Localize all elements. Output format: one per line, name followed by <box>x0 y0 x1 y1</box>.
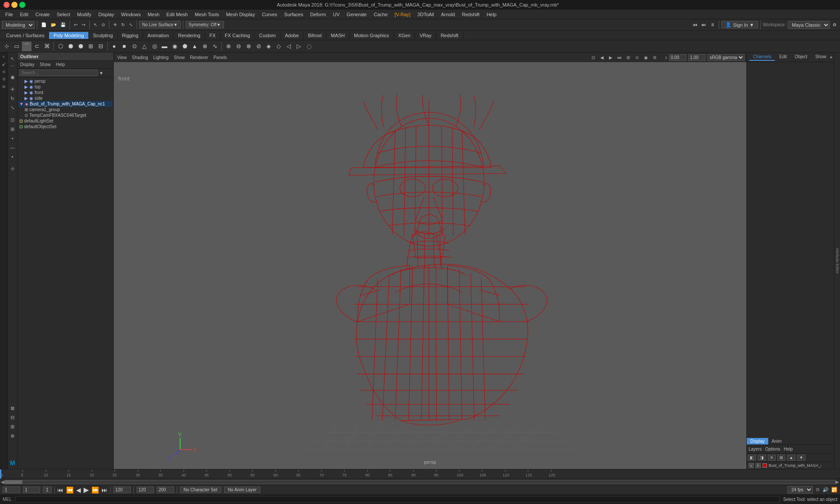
new-file-btn[interactable]: 📄 <box>39 21 48 28</box>
select-icon[interactable]: ⊹ <box>2 42 11 51</box>
outliner-item-object-set[interactable]: ⊡ defaultObjectSet <box>18 124 112 130</box>
max-frame-input[interactable] <box>157 486 174 493</box>
ipr-render-icon[interactable]: ⊟ <box>8 413 17 422</box>
menu-file[interactable]: File <box>2 11 17 18</box>
tab-fx[interactable]: FX <box>205 32 220 39</box>
menu-surfaces[interactable]: Surfaces <box>281 11 307 18</box>
layer-p-toggle[interactable]: P <box>756 463 761 468</box>
vp-camera2-icon[interactable]: ◉ <box>642 54 649 61</box>
no-live-surface-btn[interactable]: No Live Surface ▼ <box>139 21 181 28</box>
menu-arnold[interactable]: Arnold <box>438 11 458 18</box>
snap-icon[interactable]: ⊞ <box>0 83 7 90</box>
loop-icon[interactable]: ⊞ <box>86 42 95 51</box>
coord-y-input[interactable] <box>688 54 706 61</box>
playback-range-input[interactable] <box>136 486 154 493</box>
menu-vray-tag[interactable]: [V-Ray] <box>391 11 414 18</box>
reduce-icon[interactable]: ◇ <box>274 42 284 51</box>
layers-tab[interactable]: Layers <box>749 447 762 452</box>
outliner-item-top[interactable]: ▶ ◉ top <box>18 84 112 90</box>
lasso-btn[interactable]: ⊙ <box>100 21 107 28</box>
timeline-scroll-track[interactable] <box>4 480 836 484</box>
playback-btn1[interactable]: ⏮ <box>691 21 699 28</box>
paint-tool-icon[interactable]: 🖌 <box>0 61 7 68</box>
cone-icon[interactable]: △ <box>140 42 149 51</box>
vp-menu-renderer[interactable]: Renderer <box>188 55 210 60</box>
sculpt-icon[interactable]: ⊚ <box>0 68 7 75</box>
menu-uv[interactable]: UV <box>329 11 343 18</box>
delete-layer-btn[interactable]: ✕ <box>768 455 776 461</box>
maximize-button[interactable]: □ <box>19 2 25 8</box>
layer-vis-toggle[interactable]: V <box>749 463 754 468</box>
smooth-icon[interactable]: ◈ <box>264 42 273 51</box>
vp-settings-icon[interactable]: ⚙ <box>651 54 658 61</box>
tab-curves-surfaces[interactable]: Curves / Surfaces <box>2 32 49 39</box>
timeline-scroll-thumb[interactable] <box>5 480 22 484</box>
outliner-menu-display[interactable]: Display <box>18 62 36 67</box>
combine-icon[interactable]: ⊕ <box>224 42 233 51</box>
no-anim-layer-btn[interactable]: No Anim Layer <box>224 486 261 493</box>
tab-mash[interactable]: MASH <box>326 32 350 39</box>
outliner-item-light-set[interactable]: ⊡ defaultLightSet <box>18 118 112 124</box>
outliner-menu-help[interactable]: Help <box>54 62 67 67</box>
range-end-input[interactable] <box>113 486 131 493</box>
pyramid-icon[interactable]: ▲ <box>190 42 200 51</box>
sign-in-btn[interactable]: 👤 Sign In ▼ <box>721 21 758 28</box>
object-tab[interactable]: Object <box>791 53 811 61</box>
rect-select-icon[interactable]: ▭ <box>12 42 21 51</box>
save-file-btn[interactable]: 💾 <box>59 21 67 28</box>
insert-loop-icon[interactable]: ⊟ <box>96 42 105 51</box>
prism-icon[interactable]: ⬟ <box>180 42 189 51</box>
symmetry-btn[interactable]: Symmetry: Off ▼ <box>186 21 224 28</box>
minimize-button[interactable]: — <box>11 2 18 8</box>
menu-curves[interactable]: Curves <box>259 11 281 18</box>
render-region-icon[interactable]: ⊠ <box>8 404 17 413</box>
channels-tab[interactable]: Channels <box>749 53 775 61</box>
go-start-btn[interactable]: ⏮ <box>57 486 63 494</box>
tab-xgen[interactable]: XGen <box>394 32 415 39</box>
outliner-item-front[interactable]: ▶ ◉ front <box>18 90 112 95</box>
mel-input[interactable] <box>15 496 780 503</box>
gamma-selector[interactable]: sRGB gamma <box>707 54 745 61</box>
outliner-item-persp[interactable]: ▶ ◉ persp <box>18 78 112 84</box>
settings-icon[interactable]: ⚙ <box>0 76 7 83</box>
fill-hole-icon[interactable]: ◌ <box>304 42 314 51</box>
tab-motion-graphics[interactable]: Motion Graphics <box>350 32 394 39</box>
brush-tool[interactable]: ◉ <box>8 73 17 81</box>
move-btn[interactable]: ✛ <box>112 21 119 28</box>
vp-prev-icon[interactable]: ◀ <box>598 54 606 61</box>
attr-editor-vertical-tab[interactable]: Attribute Editor <box>834 52 840 469</box>
plane-icon[interactable]: ▬ <box>160 42 169 51</box>
playback-settings-btn[interactable]: ⚙ <box>816 487 820 493</box>
layer-move-down-btn[interactable]: ▼ <box>797 455 805 461</box>
component-mode-icon[interactable]: ⊞ <box>8 125 17 133</box>
layer-list-item[interactable]: V P Bust_of_Trump_with_MAGA_Ca <box>747 462 834 469</box>
vp-snap-icon[interactable]: ⊙ <box>634 54 640 61</box>
redo-btn[interactable]: ↪ <box>80 21 87 28</box>
display-tab[interactable]: Display <box>747 438 768 444</box>
vp-rewind-icon[interactable]: ⏮ <box>616 54 623 61</box>
scroll-left-btn[interactable]: ◀ <box>1 480 4 484</box>
layer-options-btn[interactable]: ⊞ <box>777 455 785 461</box>
playback-btn3[interactable]: ⏸ <box>709 21 717 28</box>
tab-bifrost[interactable]: Bifrost <box>304 32 326 39</box>
vp-menu-panels[interactable]: Panels <box>212 55 229 60</box>
paint-select-icon[interactable]: ⊂ <box>32 42 42 51</box>
tab-redshift[interactable]: Redshift <box>436 32 463 39</box>
menu-deform[interactable]: Deform <box>307 11 329 18</box>
go-end-btn[interactable]: ⏭ <box>102 486 108 494</box>
playback-btn2[interactable]: ⏭ <box>700 21 708 28</box>
coord-x-input[interactable] <box>669 54 686 61</box>
menu-windows[interactable]: Windows <box>118 11 144 18</box>
workspace-selector[interactable]: Maya Classic <box>788 21 830 29</box>
anim-tab[interactable]: Anim <box>768 438 785 444</box>
menu-edit[interactable]: Edit <box>17 11 32 18</box>
cylinder-icon[interactable]: ⊙ <box>130 42 139 51</box>
tab-adobe[interactable]: Adobe <box>280 32 304 39</box>
outliner-item-camera-group[interactable]: ⊞ camera1_group <box>18 107 112 112</box>
boolean-icon[interactable]: ⊗ <box>244 42 253 51</box>
render-settings-icon[interactable]: ⊗ <box>8 431 17 440</box>
curve-tool-icon[interactable]: ⌒ <box>22 42 32 51</box>
vp-menu-view[interactable]: View <box>116 55 129 60</box>
layer-color-swatch[interactable] <box>763 463 767 468</box>
face-mode-icon[interactable]: ▪ <box>8 152 17 161</box>
